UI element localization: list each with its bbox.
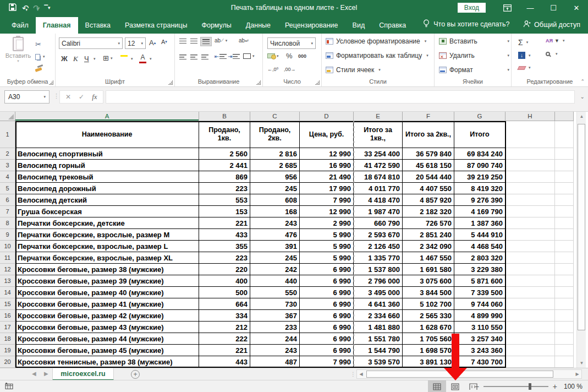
cell-value[interactable]: 440 [250,275,300,287]
empty-cell[interactable] [555,171,574,183]
cell-value[interactable]: 223 [199,183,250,194]
delete-cells-button[interactable]: ✕ Удалить▾ [439,52,509,59]
empty-cell[interactable] [555,148,574,160]
wrap-text-button[interactable]: ab↵ [239,37,249,43]
cell-value[interactable]: 39 219 250 [454,171,505,183]
share-button[interactable]: Общий доступ [523,20,580,29]
number-format-select[interactable]: Числовой▾ [267,37,316,49]
cell-value[interactable]: 3 110 550 [454,322,505,333]
cell-name[interactable]: Кроссовки теннисные, размер 38 (мужские) [15,356,199,368]
cell-name[interactable]: Велосипед трековый [15,171,199,183]
ribbon-tab-4[interactable]: Формулы [194,17,238,34]
cell-value[interactable]: 2 182 320 [403,206,454,217]
empty-cell[interactable] [505,310,555,322]
column-header-D[interactable]: D [300,112,354,121]
ribbon-tab-1[interactable]: Главная [36,17,78,34]
cell-value[interactable]: 2 803 320 [454,252,505,264]
zoom-slider[interactable] [483,386,548,387]
empty-cell[interactable] [505,241,555,252]
cell-name[interactable]: Кроссовки беговые, размер 38 (мужские) [15,264,199,275]
customize-qat-icon[interactable]: ▔▾ [44,5,50,10]
cell-value[interactable]: 500 [199,287,250,298]
cell-value[interactable]: 220 [199,264,250,275]
cell-name[interactable]: Кроссовки беговые, размер 42 (мужские) [15,310,199,322]
empty-cell[interactable] [555,229,574,241]
cell-value[interactable]: 223 [199,252,250,264]
cell-value[interactable]: 5 990 [300,252,354,264]
cell-value[interactable]: 660 790 [354,217,403,229]
accounting-format-button[interactable]: ▾ [267,53,279,58]
grow-font-button[interactable]: А▴ [149,39,156,47]
align-middle-button[interactable] [190,39,197,43]
cell-value[interactable]: 550 [250,287,300,298]
cell-value[interactable]: 400 [199,275,250,287]
empty-cell[interactable] [505,183,555,194]
cell-value[interactable]: 20 544 440 [403,171,454,183]
cell-value[interactable]: 1 481 880 [354,322,403,333]
row-number[interactable]: 11 [0,252,15,264]
row-number[interactable]: 18 [0,333,15,345]
cell-value[interactable]: 41 472 590 [354,160,403,171]
cell-value[interactable]: 2 565 330 [403,310,454,322]
empty-cell[interactable] [555,322,574,333]
cell-value[interactable]: 6 990 [300,310,354,322]
horizontal-scrollbar[interactable]: ◀ ▶ [356,369,582,379]
cell-value[interactable]: 367 [250,310,300,322]
row-number[interactable]: 13 [0,275,15,287]
underline-dropdown[interactable]: ▾ [92,57,96,61]
undo-icon[interactable]: ↶▾ [22,4,28,12]
cell-value[interactable]: 2 796 000 [354,275,403,287]
tell-me-box[interactable]: Что вы хотите сделать? [423,19,509,34]
redo-icon[interactable]: ↷▾ [33,4,39,12]
cell-value[interactable]: 5 990 [300,241,354,252]
cell-value[interactable]: 245 [250,183,300,194]
name-box[interactable]: A30▾ [4,90,50,104]
column-header-A[interactable]: A [15,112,199,121]
empty-cell[interactable] [555,121,574,148]
align-right-button[interactable] [201,55,208,59]
macro-record-icon[interactable] [5,383,13,391]
decrease-decimal-button[interactable]: ,00→ [284,67,296,72]
column-header-H[interactable]: H [505,112,555,121]
font-color-dropdown[interactable]: ▾ [148,57,152,61]
cell-value[interactable]: 221 [199,217,250,229]
row-number[interactable]: 5 [0,183,15,194]
cell-value[interactable]: 87 090 740 [454,160,505,171]
underline-button[interactable]: Ч [84,55,89,63]
empty-cell[interactable] [555,298,574,310]
cell-name[interactable]: Груша боксерская [15,206,199,217]
vertical-scrollbar-thumb[interactable] [578,124,585,330]
ribbon-display-options-icon[interactable] [496,0,519,15]
zoom-in-icon[interactable]: + [553,382,557,391]
cell-value[interactable]: 2 126 450 [354,241,403,252]
cell-value[interactable]: 244 [250,333,300,345]
font-dialog-launcher-icon[interactable] [168,80,173,85]
cell-name[interactable]: Перчатки боксерские, взрослые, размер L [15,241,199,252]
ribbon-tab-7[interactable]: Вид [345,17,372,34]
cell-value[interactable]: 1 544 790 [354,345,403,356]
cell-value[interactable]: 221 [199,345,250,356]
empty-cell[interactable] [505,287,555,298]
orientation-button[interactable]: ab⟋▾ [215,37,227,43]
normal-view-button[interactable] [428,380,446,392]
row-number[interactable]: 3 [0,160,15,171]
cell-name[interactable]: Велосипед спортивный [15,148,199,160]
insert-cells-button[interactable]: Вставить▾ [439,37,509,45]
cell-value[interactable]: 3 257 340 [454,333,505,345]
cell-value[interactable]: 5 871 600 [454,275,505,287]
empty-cell[interactable] [555,252,574,264]
empty-cell[interactable] [505,194,555,206]
empty-cell[interactable] [555,241,574,252]
empty-cell[interactable] [555,217,574,229]
row-number[interactable]: 1 [0,121,15,148]
empty-cell[interactable] [555,275,574,287]
empty-cell[interactable] [555,333,574,345]
collapse-ribbon-icon[interactable]: ⌃ [580,79,585,84]
comma-style-button[interactable]: 000 [298,53,306,59]
cell-value[interactable]: 7 990 [300,194,354,206]
cell-value[interactable]: 36 579 840 [403,148,454,160]
cell-value[interactable]: 7 990 [300,356,354,368]
scroll-up-icon[interactable]: ▲ [577,112,586,121]
cell-value[interactable]: 3 243 360 [454,345,505,356]
cell-value[interactable]: 9 744 060 [454,298,505,310]
